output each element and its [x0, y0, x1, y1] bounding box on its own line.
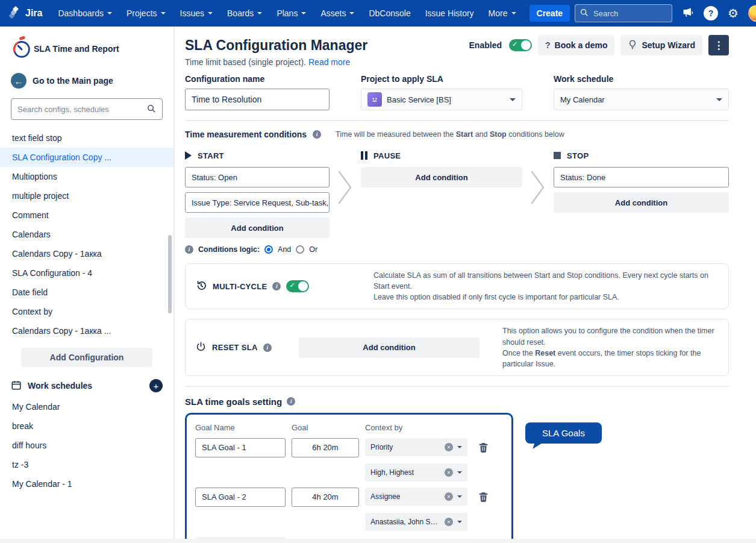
chevron-down-icon[interactable] — [457, 471, 462, 474]
config-name-input[interactable] — [185, 89, 330, 110]
chevron-down-icon — [208, 12, 213, 14]
nav-item-plans[interactable]: Plans — [272, 5, 311, 22]
reset-sla-box: RESET SLA i Add condition This option al… — [185, 319, 729, 376]
sidebar-item-schedule[interactable]: break — [0, 416, 173, 436]
goal-name-header: Goal Name — [195, 422, 286, 432]
stop-condition-status[interactable]: Status: Done — [554, 167, 729, 187]
sidebar-item-config[interactable]: Multioptions — [0, 167, 173, 186]
chevron-down-icon — [161, 12, 166, 14]
goal-value-input[interactable] — [292, 488, 359, 507]
info-icon[interactable]: i — [287, 397, 295, 406]
info-icon[interactable]: i — [313, 130, 321, 139]
enabled-label: Enabled — [469, 40, 502, 50]
project-select[interactable]: Basic Service [BS] — [361, 89, 522, 110]
info-icon[interactable]: i — [272, 282, 281, 290]
sidebar-search-input[interactable] — [11, 98, 163, 120]
sidebar-item-schedule[interactable]: diff hours — [0, 436, 173, 455]
sidebar-item-config[interactable]: Calendars Copy - 1акка — [0, 244, 173, 263]
chevron-down-icon — [716, 98, 722, 101]
work-schedule-select[interactable]: My Calendar — [554, 89, 729, 110]
sidebar-item-config[interactable]: multiple project — [0, 186, 173, 206]
context-by-header: Context by — [365, 422, 495, 432]
nav-item-assets[interactable]: Assets — [316, 5, 359, 22]
reset-sla-description: This option allows you to configure the … — [502, 325, 719, 369]
start-add-condition-button[interactable]: Add condition — [185, 218, 330, 238]
goal-value-input[interactable] — [292, 438, 359, 457]
start-condition-issue-type[interactable]: Issue Type: Service Request, Sub-task, T… — [185, 192, 330, 213]
sla-app-logo-icon — [8, 35, 34, 62]
sidebar-item-schedule[interactable]: My Calendar - 1 — [0, 474, 173, 494]
chevron-down-icon[interactable] — [457, 521, 462, 523]
delete-goal-button[interactable] — [473, 438, 493, 457]
sidebar-search — [11, 98, 163, 120]
multi-cycle-description: Calculate SLA as sum of all transitions … — [373, 270, 719, 303]
sidebar-item-config[interactable]: Calendars — [0, 225, 173, 244]
back-to-main-link[interactable]: ← Go to the Main page — [0, 73, 173, 89]
check-icon: ✓ — [289, 281, 295, 289]
sidebar-item-config[interactable]: text field stop — [0, 128, 173, 148]
context-value-select[interactable]: High, Highest × — [365, 463, 467, 482]
sidebar-item-config[interactable]: Comment — [0, 206, 173, 225]
goal-name-input[interactable] — [195, 488, 286, 507]
start-condition-status[interactable]: Status: Open — [185, 167, 330, 187]
clear-icon[interactable]: × — [445, 443, 453, 451]
global-search-input[interactable] — [575, 4, 672, 22]
reset-add-condition-button[interactable]: Add condition — [299, 337, 480, 358]
announcement-icon[interactable] — [682, 7, 694, 20]
sidebar-item-config[interactable]: Date field — [0, 283, 173, 302]
sidebar-item-config[interactable]: Context by — [0, 302, 173, 321]
create-button[interactable]: Create — [530, 5, 570, 22]
nav-item-issue-history[interactable]: Issue History — [420, 5, 479, 22]
nav-item-dbconsole[interactable]: DbConsole — [364, 5, 415, 22]
nav-item-more[interactable]: More — [484, 5, 521, 22]
add-configuration-button[interactable]: Add Configuration — [21, 348, 152, 367]
nav-item-projects[interactable]: Projects — [122, 5, 170, 22]
work-schedules-header: Work schedules + — [11, 379, 163, 392]
main-header: SLA Configuration Manager Enabled ✓ ? Bo… — [185, 35, 729, 55]
jira-brand[interactable]: Jira — [8, 6, 42, 21]
global-search — [575, 4, 672, 22]
config-name-label: Configuration name — [185, 74, 330, 84]
logic-or-radio[interactable] — [296, 245, 304, 254]
logic-and-radio[interactable] — [264, 245, 273, 254]
chevron-down-icon[interactable] — [457, 446, 462, 448]
delete-goal-button[interactable] — [473, 488, 493, 507]
clear-icon[interactable]: × — [445, 468, 453, 477]
clear-icon[interactable]: × — [445, 492, 453, 501]
info-icon[interactable]: i — [263, 344, 272, 352]
sidebar-item-config-selected[interactable]: SLA Configuration Copy ... — [0, 148, 173, 167]
bottom-scrollbar-track[interactable] — [0, 539, 756, 543]
stop-add-condition-button[interactable]: Add condition — [554, 192, 729, 213]
kebab-icon: ⋮ — [714, 40, 724, 51]
goal-name-input[interactable] — [195, 438, 286, 457]
read-more-link[interactable]: Read more — [308, 57, 350, 67]
multi-cycle-toggle[interactable]: ✓ — [286, 280, 309, 292]
sidebar-item-config[interactable]: SLA Configuration - 4 — [0, 263, 173, 283]
info-icon[interactable]: i — [185, 245, 193, 254]
nav-item-boards[interactable]: Boards — [222, 5, 267, 22]
user-avatar[interactable] — [748, 5, 756, 22]
search-icon — [146, 104, 157, 116]
setup-wizard-button[interactable]: Setup Wizard — [620, 35, 702, 55]
settings-gear-icon[interactable]: ⚙ — [728, 7, 739, 19]
context-field-select[interactable]: Assignee × — [365, 488, 467, 506]
help-icon[interactable]: ? — [704, 6, 718, 20]
config-form: Configuration name Project to apply SLA … — [185, 74, 729, 110]
sidebar-scrollbar[interactable] — [168, 235, 172, 313]
add-schedule-button[interactable]: + — [149, 379, 163, 392]
sla-goals-callout: SLA Goals — [525, 422, 602, 444]
sidebar-item-schedule[interactable]: tz -3 — [0, 455, 173, 474]
context-field-select[interactable]: Priority × — [365, 438, 467, 456]
nav-item-issues[interactable]: Issues — [175, 5, 217, 22]
kebab-menu-button[interactable]: ⋮ — [708, 35, 729, 55]
book-demo-button[interactable]: ? Book a demo — [538, 35, 614, 55]
sidebar-item-config[interactable]: Calendars Copy - 1акка ... — [0, 321, 173, 341]
trash-icon — [478, 442, 489, 453]
clear-icon[interactable]: × — [445, 518, 453, 526]
nav-item-dashboards[interactable]: Dashboards — [53, 5, 117, 22]
enabled-toggle[interactable]: ✓ — [509, 39, 532, 51]
context-value-select[interactable]: Anastasiia, John Smit... × — [365, 513, 467, 531]
chevron-down-icon[interactable] — [457, 495, 462, 498]
pause-add-condition-button[interactable]: Add condition — [361, 167, 522, 187]
sidebar-item-schedule[interactable]: My Calendar — [0, 397, 173, 416]
